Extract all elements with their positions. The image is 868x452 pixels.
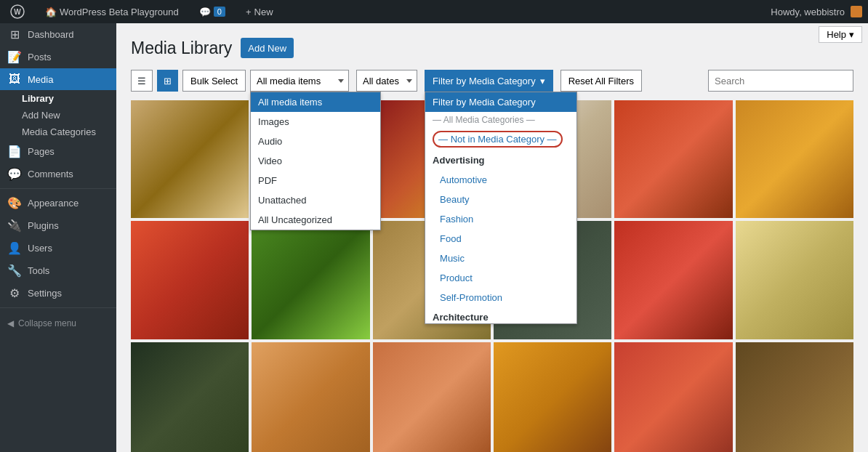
dropdown-all-categories[interactable]: — All Media Categories — bbox=[425, 112, 576, 128]
dropdown-item-all-uncategorized[interactable]: All Uncategorized bbox=[251, 210, 380, 230]
new-content-link[interactable]: + New bbox=[241, 0, 278, 23]
sidebar-item-label: Posts bbox=[28, 52, 52, 62]
sidebar-item-label: Pages bbox=[28, 146, 55, 157]
media-thumb[interactable] bbox=[736, 100, 853, 218]
dropdown-cat-music[interactable]: Music bbox=[425, 249, 576, 268]
dropdown-item-unattached[interactable]: Unattached bbox=[251, 190, 380, 210]
chevron-down-icon: ▾ bbox=[849, 29, 854, 40]
dashboard-icon: ⊞ bbox=[7, 28, 22, 41]
sidebar-item-label: Plugins bbox=[28, 220, 59, 231]
plus-icon: + bbox=[246, 7, 252, 17]
tools-icon: 🔧 bbox=[7, 264, 22, 278]
media-thumb[interactable] bbox=[736, 342, 853, 452]
plugins-icon: 🔌 bbox=[7, 219, 22, 233]
all-media-dropdown-container: All media items Images Audio Video PDF U… bbox=[250, 70, 349, 92]
category-open-dropdown: Filter by Media Category — All Media Cat… bbox=[425, 92, 577, 324]
user-avatar bbox=[851, 6, 862, 17]
howdy-text: Howdy, webbistro bbox=[771, 7, 845, 17]
dropdown-item-images[interactable]: Images bbox=[251, 112, 380, 132]
sidebar-item-comments[interactable]: 💬 Comments bbox=[0, 163, 116, 185]
settings-icon: ⚙ bbox=[7, 286, 22, 300]
media-thumb[interactable] bbox=[494, 342, 611, 452]
sidebar-sub-add-new[interactable]: Add New bbox=[22, 107, 116, 124]
sidebar-item-tools[interactable]: 🔧 Tools bbox=[0, 259, 116, 282]
comments-icon: 💬 bbox=[199, 7, 211, 17]
all-media-select[interactable]: All media items Images Audio Video PDF U… bbox=[250, 70, 349, 92]
category-filter-button[interactable]: Filter by Media Category ▾ bbox=[425, 70, 553, 92]
media-thumb[interactable] bbox=[131, 342, 249, 452]
help-button[interactable]: Help ▾ bbox=[819, 26, 862, 43]
help-label: Help bbox=[827, 29, 846, 40]
sidebar-item-users[interactable]: 👤 Users bbox=[0, 237, 116, 259]
posts-icon: 📝 bbox=[7, 50, 22, 64]
media-thumb[interactable] bbox=[614, 221, 732, 339]
media-thumb[interactable] bbox=[614, 100, 732, 218]
dropdown-cat-product[interactable]: Product bbox=[425, 268, 576, 288]
appearance-icon: 🎨 bbox=[7, 196, 22, 210]
site-name-link[interactable]: 🏠 WordPress Beta Playground bbox=[41, 0, 183, 23]
media-submenu: Library Add New Media Categories bbox=[0, 90, 116, 140]
chevron-down-icon: ▾ bbox=[540, 76, 545, 86]
reset-filters-button[interactable]: Reset All Filters bbox=[560, 70, 642, 92]
pages-icon: 📄 bbox=[7, 145, 22, 158]
sidebar-item-dashboard[interactable]: ⊞ Dashboard bbox=[0, 23, 116, 46]
media-thumb[interactable] bbox=[252, 221, 369, 339]
sidebar-sub-library[interactable]: Library bbox=[22, 90, 116, 107]
dropdown-item-audio[interactable]: Audio bbox=[251, 132, 380, 151]
grid-view-icon: ⊞ bbox=[164, 76, 172, 86]
dropdown-cat-food[interactable]: Food bbox=[425, 229, 576, 249]
media-thumb[interactable] bbox=[252, 342, 369, 452]
dropdown-not-in-category[interactable]: — Not in Media Category — bbox=[425, 128, 576, 150]
dropdown-item-all-media[interactable]: All media items bbox=[251, 92, 380, 112]
sidebar-item-media[interactable]: 🖼 Media bbox=[0, 68, 116, 90]
media-thumb[interactable] bbox=[736, 221, 853, 339]
dropdown-cat-fashion[interactable]: Fashion bbox=[425, 209, 576, 229]
grid-view-button[interactable]: ⊞ bbox=[157, 70, 178, 92]
sidebar-item-settings[interactable]: ⚙ Settings bbox=[0, 282, 116, 304]
sidebar-item-label: Appearance bbox=[28, 198, 79, 209]
dropdown-cat-automotive[interactable]: Automotive bbox=[425, 170, 576, 190]
dropdown-cat-header[interactable]: Filter by Media Category bbox=[425, 92, 576, 112]
list-view-button[interactable]: ☰ bbox=[131, 70, 153, 92]
bulk-select-button[interactable]: Bulk Select bbox=[182, 70, 246, 92]
media-thumb[interactable] bbox=[373, 342, 491, 452]
users-icon: 👤 bbox=[7, 241, 22, 255]
not-in-category-circled: — Not in Media Category — bbox=[433, 131, 563, 148]
category-filter-label: Filter by Media Category bbox=[433, 76, 536, 86]
sidebar-item-label: Comments bbox=[28, 169, 73, 179]
collapse-menu-button[interactable]: ◀ Collapse menu bbox=[0, 311, 116, 336]
comments-count: 0 bbox=[214, 7, 225, 17]
home-icon: 🏠 bbox=[45, 7, 57, 17]
media-thumb[interactable] bbox=[614, 342, 732, 452]
media-toolbar: ☰ ⊞ Bulk Select All media items Images A… bbox=[131, 70, 853, 92]
sidebar-item-label: Settings bbox=[28, 288, 62, 299]
site-name: WordPress Beta Playground bbox=[60, 7, 179, 17]
sidebar-item-appearance[interactable]: 🎨 Appearance bbox=[0, 192, 116, 214]
comments-link[interactable]: 💬 0 bbox=[195, 0, 230, 23]
admin-bar: W 🏠 WordPress Beta Playground 💬 0 + New … bbox=[0, 0, 868, 23]
media-icon: 🖼 bbox=[7, 73, 22, 86]
category-filter-container: Filter by Media Category ▾ Filter by Med… bbox=[425, 70, 553, 92]
all-media-open-dropdown: All media items Images Audio Video PDF U… bbox=[250, 92, 381, 230]
sidebar-item-label: Tools bbox=[28, 265, 49, 276]
all-dates-select[interactable]: All dates bbox=[356, 70, 417, 92]
add-new-button[interactable]: Add New bbox=[241, 38, 294, 58]
dropdown-cat-self-promotion[interactable]: Self-Promotion bbox=[425, 288, 576, 307]
sidebar-item-posts[interactable]: 📝 Posts bbox=[0, 46, 116, 68]
main-content: Media Library Add New ☰ ⊞ Bulk Select Al… bbox=[116, 23, 868, 452]
comments-nav-icon: 💬 bbox=[7, 167, 22, 181]
dropdown-item-video[interactable]: Video bbox=[251, 151, 380, 171]
media-thumb[interactable] bbox=[131, 221, 249, 339]
dropdown-item-pdf[interactable]: PDF bbox=[251, 171, 380, 190]
page-title: Media Library bbox=[131, 39, 232, 58]
search-input[interactable] bbox=[708, 70, 853, 92]
media-thumb[interactable] bbox=[131, 100, 249, 218]
sidebar-sub-media-categories[interactable]: Media Categories bbox=[22, 124, 116, 140]
sidebar-item-plugins[interactable]: 🔌 Plugins bbox=[0, 214, 116, 237]
sidebar-item-pages[interactable]: 📄 Pages bbox=[0, 140, 116, 163]
collapse-label: Collapse menu bbox=[18, 318, 76, 328]
list-view-icon: ☰ bbox=[137, 76, 146, 86]
dropdown-cat-beauty[interactable]: Beauty bbox=[425, 190, 576, 209]
wp-logo-link[interactable]: W bbox=[6, 0, 29, 23]
dropdown-cat-advertising: Advertising bbox=[425, 150, 576, 170]
